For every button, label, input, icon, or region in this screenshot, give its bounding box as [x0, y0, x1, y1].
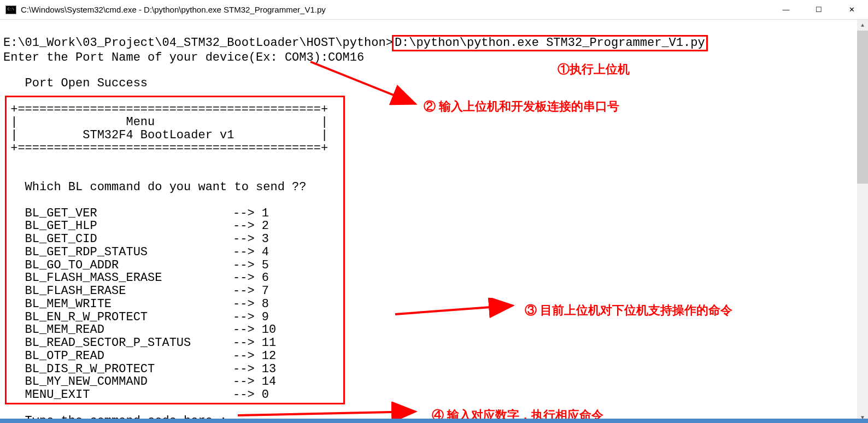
- command-name: BL_OTP_READ: [3, 350, 233, 363]
- scroll-up-button[interactable]: ▲: [857, 20, 868, 31]
- command-name: BL_FLASH_MASS_ERASE: [3, 272, 233, 285]
- command-list: BL_GET_VER--> 1 BL_GET_HLP--> 2 BL_GET_C…: [3, 207, 865, 402]
- command-number: --> 14: [233, 375, 276, 389]
- menu-title-2: | STM32F4 BootLoader v1 |: [3, 129, 865, 142]
- port-prompt: Enter the Port Name of your device(Ex: C…: [3, 51, 328, 64]
- command-number: --> 5: [233, 259, 269, 272]
- command-row: BL_GO_TO_ADDR--> 5: [3, 259, 865, 272]
- command-number: --> 6: [233, 272, 269, 285]
- port-success: Port Open Success: [3, 77, 148, 90]
- annotation-1: ①执行上位机: [558, 61, 630, 78]
- minimize-button[interactable]: —: [770, 0, 802, 19]
- close-button[interactable]: ✕: [835, 0, 868, 19]
- command-row: BL_GET_VER--> 1: [3, 207, 865, 220]
- annotation-3: ③ 目前上位机对下位机支持操作的命令: [525, 302, 732, 319]
- command-row: BL_MEM_READ--> 10: [3, 324, 865, 337]
- command-number: --> 10: [233, 324, 276, 337]
- window-titlebar: C:\Windows\System32\cmd.exe - D:\python\…: [0, 0, 868, 20]
- command-number: --> 8: [233, 298, 269, 311]
- command-number: --> 4: [233, 246, 269, 259]
- cwd-prompt: E:\01_Work\03_Project\04_STM32_BootLoade…: [3, 36, 393, 50]
- command-number: --> 0: [233, 389, 269, 402]
- bottom-accent-bar: [0, 419, 868, 423]
- command-name: BL_GO_TO_ADDR: [3, 259, 233, 272]
- command-name: BL_GET_RDP_STATUS: [3, 246, 233, 259]
- command-name: BL_FLASH_ERASE: [3, 285, 233, 298]
- command-number: --> 13: [233, 363, 276, 376]
- command-row: BL_OTP_READ--> 12: [3, 350, 865, 363]
- window-controls: — ☐ ✕: [770, 0, 868, 19]
- command-row: BL_READ_SECTOR_P_STATUS--> 11: [3, 337, 865, 350]
- command-row: MENU_EXIT--> 0: [3, 389, 865, 402]
- command-name: MENU_EXIT: [3, 389, 233, 402]
- port-value: COM16: [328, 51, 364, 64]
- annotation-2: ② 输入上位机和开发板连接的串口号: [424, 98, 619, 115]
- command-name: BL_GET_HLP: [3, 220, 233, 233]
- command-row: BL_FLASH_ERASE--> 7: [3, 285, 865, 298]
- command-name: BL_EN_R_W_PROTECT: [3, 311, 233, 324]
- command-row: BL_GET_HLP--> 2: [3, 220, 865, 233]
- command-name: BL_MEM_READ: [3, 324, 233, 337]
- terminal-content[interactable]: E:\01_Work\03_Project\04_STM32_BootLoade…: [0, 20, 868, 423]
- command-row: BL_GET_CID--> 3: [3, 233, 865, 246]
- command-number: --> 2: [233, 220, 269, 233]
- command-number: --> 12: [233, 350, 276, 363]
- command-name: BL_MY_NEW_COMMAND: [3, 375, 233, 389]
- cmd-icon: [5, 5, 16, 14]
- command-name: BL_READ_SECTOR_P_STATUS: [3, 337, 233, 350]
- command-row: BL_GET_RDP_STATUS--> 4: [3, 246, 865, 259]
- command-row: BL_MY_NEW_COMMAND--> 14: [3, 375, 865, 389]
- scroll-thumb[interactable]: [857, 31, 868, 184]
- command-name: BL_MEM_WRITE: [3, 298, 233, 311]
- command-number: --> 11: [233, 337, 276, 350]
- command-row: BL_DIS_R_W_PROTECT--> 13: [3, 363, 865, 376]
- vertical-scrollbar[interactable]: ▲ ▼: [857, 20, 868, 423]
- command-name: BL_DIS_R_W_PROTECT: [3, 363, 233, 376]
- command-box: D:\python\python.exe STM32_Programmer_V1…: [392, 35, 708, 51]
- command-text: D:\python\python.exe STM32_Programmer_V1…: [395, 36, 705, 50]
- command-number: --> 3: [233, 233, 269, 246]
- command-number: --> 9: [233, 311, 269, 324]
- menu-question: Which BL command do you want to send ??: [3, 180, 307, 194]
- command-row: BL_EN_R_W_PROTECT--> 9: [3, 311, 865, 324]
- menu-title-1: | Menu |: [3, 116, 865, 129]
- menu-border-bottom: +=======================================…: [3, 142, 865, 155]
- maximize-button[interactable]: ☐: [802, 0, 835, 19]
- command-row: BL_FLASH_MASS_ERASE--> 6: [3, 272, 865, 285]
- window-title: C:\Windows\System32\cmd.exe - D:\python\…: [21, 5, 770, 14]
- command-number: --> 1: [233, 207, 269, 220]
- command-name: BL_GET_VER: [3, 207, 233, 220]
- command-number: --> 7: [233, 285, 269, 298]
- command-name: BL_GET_CID: [3, 233, 233, 246]
- command-row: BL_MEM_WRITE--> 8: [3, 298, 865, 311]
